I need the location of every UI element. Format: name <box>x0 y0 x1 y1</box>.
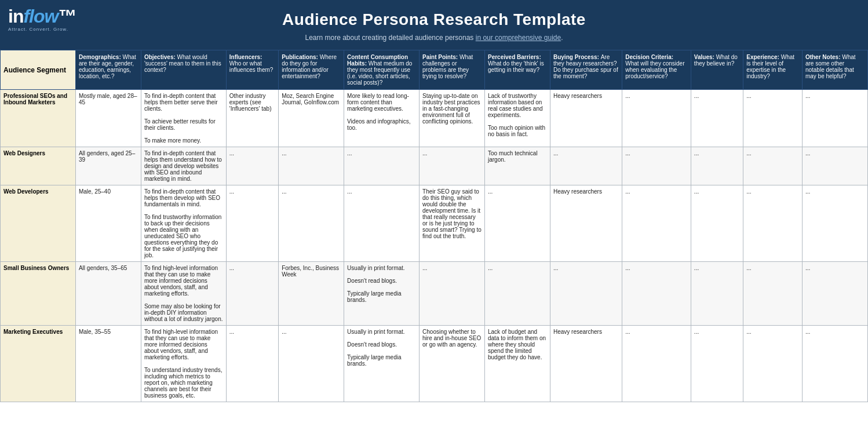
table-cell: Moz, Search Engine Journal, GoInflow.com <box>279 90 344 147</box>
table-row: Professional SEOs and Inbound MarketersM… <box>1 90 868 147</box>
table-cell: Small Business Owners <box>1 262 76 326</box>
col-header-experience: Experience: What is their level of exper… <box>743 50 803 90</box>
table-cell: ... <box>420 147 485 185</box>
table-cell: Lack of budget and data to inform them o… <box>485 326 550 402</box>
table-cell: ... <box>802 326 867 402</box>
table-cell: ... <box>802 185 867 262</box>
table-cell: ... <box>802 262 867 326</box>
table-cell: ... <box>691 185 743 262</box>
table-cell: ... <box>485 185 550 262</box>
table-cell: To find in-depth content that helps them… <box>141 147 226 185</box>
table-cell: ... <box>420 262 485 326</box>
table-cell: Professional SEOs and Inbound Marketers <box>1 90 76 147</box>
table-cell: Usually in print format.Doesn't read blo… <box>344 326 420 402</box>
table-cell: ... <box>802 147 867 185</box>
table-cell: ... <box>743 147 803 185</box>
col-header-objectives: Objectives: What would 'success' mean to… <box>141 50 226 90</box>
table-cell: ... <box>743 262 803 326</box>
table-cell: Staying up-to-date on industry best prac… <box>420 90 485 147</box>
table-header-row: Audience Segment Demographics: What are … <box>1 50 868 90</box>
table-cell: ... <box>344 147 420 185</box>
table-cell: ... <box>743 326 803 402</box>
page-title: Audience Persona Research Template <box>6 10 862 29</box>
table-cell: ... <box>279 326 344 402</box>
col-header-pain-points: Paint Points: What challenges or problem… <box>420 50 485 90</box>
table-cell: All genders, 35–65 <box>75 262 141 326</box>
table-cell: Marketing Executives <box>1 326 76 402</box>
logo-in: in <box>8 6 23 27</box>
col-header-buying-process: Buying Process: Are they heavy researche… <box>550 50 622 90</box>
table-cell: Too much technical jargon. <box>485 147 550 185</box>
table-cell: ... <box>279 185 344 262</box>
logo-flow: flow <box>23 6 58 27</box>
table-cell: Choosing whether to hire and in-house SE… <box>420 326 485 402</box>
table-cell: To find in-depth content that helps them… <box>141 185 226 262</box>
table-cell: ... <box>691 326 743 402</box>
col-header-influencers: Influencers: Who or what influences them… <box>226 50 278 90</box>
logo-tagline: Attract. Convert. Grow. <box>8 27 68 32</box>
table-cell: ... <box>226 147 278 185</box>
table-cell: ... <box>226 185 278 262</box>
logo-text: inflow™ <box>8 7 76 25</box>
table-row: Web DevelopersMale, 25–40To find in-dept… <box>1 185 868 262</box>
table-cell: Heavy researchers <box>550 326 622 402</box>
table-body: Professional SEOs and Inbound MarketersM… <box>1 90 868 402</box>
col-header-barriers: Perceived Barriers: What do they 'think'… <box>485 50 550 90</box>
table-cell: ... <box>550 147 622 185</box>
table-container: Audience Segment Demographics: What are … <box>0 50 868 402</box>
table-cell: ... <box>691 147 743 185</box>
table-cell: ... <box>622 326 691 402</box>
table-cell: ... <box>226 262 278 326</box>
table-cell: Male, 35–55 <box>75 326 141 402</box>
table-cell: Their SEO guy said to do this thing, whi… <box>420 185 485 262</box>
col-header-segment: Audience Segment <box>1 50 76 90</box>
table-cell: ... <box>743 90 803 147</box>
col-header-content-habits: Content Consumption Habits: What medium … <box>344 50 420 90</box>
col-header-decision-criteria: Decision Criteria: What will they consid… <box>622 50 691 90</box>
table-row: Small Business OwnersAll genders, 35–65T… <box>1 262 868 326</box>
table-cell: Web Developers <box>1 185 76 262</box>
table-cell: ... <box>622 147 691 185</box>
table-cell: ... <box>344 185 420 262</box>
table-cell: Male, 25–40 <box>75 185 141 262</box>
col-header-notes: Other Notes: What are some other notable… <box>802 50 867 90</box>
table-cell: ... <box>226 326 278 402</box>
logo: inflow™ Attract. Convert. Grow. <box>8 7 76 32</box>
table-cell: To find high-level information that they… <box>141 326 226 402</box>
table-cell: Lack of trustworthy information based on… <box>485 90 550 147</box>
table-cell: Web Designers <box>1 147 76 185</box>
table-cell: ... <box>691 262 743 326</box>
col-header-demographics: Demographics: What are their age, gender… <box>75 50 141 90</box>
table-cell: Other industry experts (see 'Influencers… <box>226 90 278 147</box>
table-cell: ... <box>802 90 867 147</box>
table-cell: Heavy researchers <box>550 90 622 147</box>
table-cell: ... <box>485 262 550 326</box>
col-header-values: Values: What do they believe in? <box>691 50 743 90</box>
table-cell: To find in-depth content that helps them… <box>141 90 226 147</box>
table-cell: ... <box>622 262 691 326</box>
persona-table: Audience Segment Demographics: What are … <box>0 50 868 402</box>
table-row: Web DesignersAll genders, aged 25–39To f… <box>1 147 868 185</box>
table-cell: Forbes, Inc., Business Week <box>279 262 344 326</box>
table-cell: ... <box>550 262 622 326</box>
table-cell: All genders, aged 25–39 <box>75 147 141 185</box>
table-cell: Usually in print format.Doesn't read blo… <box>344 262 420 326</box>
table-cell: Heavy researchers <box>550 185 622 262</box>
table-cell: More likely to read long-form content th… <box>344 90 420 147</box>
table-row: Marketing ExecutivesMale, 35–55To find h… <box>1 326 868 402</box>
header-subtitle: Learn more about creating detailed audie… <box>6 34 862 42</box>
table-cell: ... <box>622 185 691 262</box>
table-cell: ... <box>622 90 691 147</box>
table-cell: Mostly male, aged 28–45 <box>75 90 141 147</box>
col-header-publications: Publications: Where do they go for infor… <box>279 50 344 90</box>
table-cell: To find high-level information that they… <box>141 262 226 326</box>
table-cell: ... <box>279 147 344 185</box>
table-cell: ... <box>743 185 803 262</box>
page-header: inflow™ Attract. Convert. Grow. Audience… <box>0 0 868 50</box>
table-cell: ... <box>691 90 743 147</box>
guide-link[interactable]: in our comprehensive guide <box>476 34 561 42</box>
